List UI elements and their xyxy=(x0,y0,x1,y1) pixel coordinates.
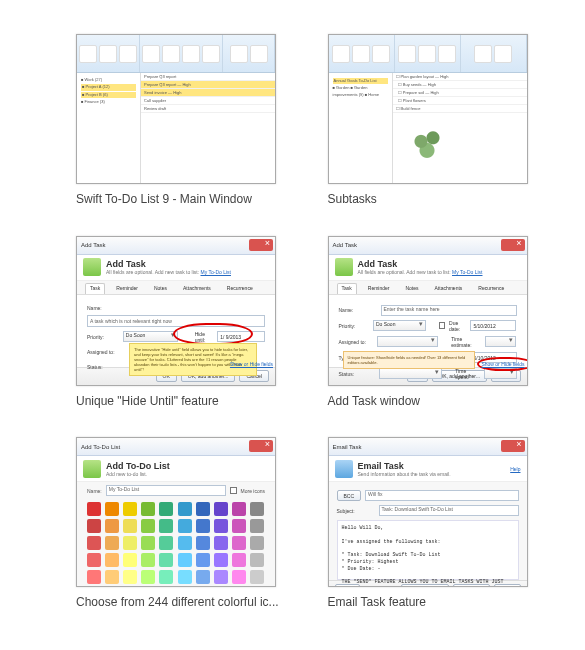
thumb-email: Email Task Email Task Send information a… xyxy=(328,437,528,587)
palette-icon xyxy=(105,502,119,516)
palette-icon xyxy=(87,553,101,567)
caption-subtasks: Subtasks xyxy=(328,192,377,208)
caption-hide: Unique "Hide Until" feature xyxy=(76,394,219,410)
palette-icon xyxy=(178,570,192,584)
gallery-item-main[interactable]: ■ Work (27) ■ Project A (12) ■ Project B… xyxy=(76,34,288,208)
palette-icon xyxy=(232,519,246,533)
palette-icon xyxy=(232,570,246,584)
palette-icon xyxy=(196,536,210,550)
add-task-icon xyxy=(335,258,353,276)
close-icon xyxy=(501,239,525,251)
palette-icon xyxy=(123,519,137,533)
palette-icon xyxy=(250,519,264,533)
thumb-main: ■ Work (27) ■ Project A (12) ■ Project B… xyxy=(76,34,276,184)
palette-icon xyxy=(250,502,264,516)
palette-icon xyxy=(178,502,192,516)
palette-icon xyxy=(214,536,228,550)
caption-addtask: Add Task window xyxy=(328,394,421,410)
thumb-icons: Add To-Do List Add To-Do List Add new to… xyxy=(76,437,276,587)
palette-icon xyxy=(87,570,101,584)
palette-icon xyxy=(196,519,210,533)
palette-icon xyxy=(141,553,155,567)
palette-icon xyxy=(159,502,173,516)
palette-icon xyxy=(196,570,210,584)
palette-icon xyxy=(214,553,228,567)
palette-icon xyxy=(141,519,155,533)
close-icon xyxy=(501,440,525,452)
list-link: My To-Do List xyxy=(201,269,231,275)
icon-grid xyxy=(77,496,275,586)
palette-icon xyxy=(196,502,210,516)
thumb-subtasks: Annual Goals To-Do List ■ Garden ■ Garde… xyxy=(328,34,528,184)
caption-main: Swift To-Do List 9 - Main Window xyxy=(76,192,252,208)
palette-icon xyxy=(250,570,264,584)
tab-task: Task xyxy=(85,283,105,294)
thumb-hide: Add Task Add Task All fields are optiona… xyxy=(76,236,276,386)
palette-icon xyxy=(214,519,228,533)
palette-icon xyxy=(123,553,137,567)
send-button: Send xyxy=(335,584,361,588)
palette-icon xyxy=(214,502,228,516)
palette-icon xyxy=(105,536,119,550)
palette-icon xyxy=(250,553,264,567)
palette-icon xyxy=(196,553,210,567)
palette-icon xyxy=(178,553,192,567)
palette-icon xyxy=(87,502,101,516)
palette-icon xyxy=(141,536,155,550)
gallery-item-addtask[interactable]: Add Task Add Task All fields are optiona… xyxy=(328,236,540,410)
add-task-icon xyxy=(83,258,101,276)
callout-unique: Unique feature: Show/hide fields as need… xyxy=(343,351,475,369)
priority-select: Do Soon xyxy=(123,331,179,342)
palette-icon xyxy=(159,536,173,550)
close-icon xyxy=(249,440,273,452)
palette-icon xyxy=(87,519,101,533)
palette-icon xyxy=(141,570,155,584)
close-icon xyxy=(249,239,273,251)
more-icons-check xyxy=(230,487,237,494)
palette-icon xyxy=(178,519,192,533)
palette-icon xyxy=(123,536,137,550)
gallery-item-email[interactable]: Email Task Email Task Send information a… xyxy=(328,437,540,611)
palette-icon xyxy=(141,502,155,516)
palette-icon xyxy=(232,502,246,516)
palette-icon xyxy=(178,536,192,550)
gallery-item-hide[interactable]: Add Task Add Task All fields are optiona… xyxy=(76,236,288,410)
caption-email: Email Task feature xyxy=(328,595,427,611)
palette-icon xyxy=(123,502,137,516)
thumb-addtask: Add Task Add Task All fields are optiona… xyxy=(328,236,528,386)
caption-icons: Choose from 244 different colorful ic... xyxy=(76,595,279,611)
email-body: Hello Will Do, I've assigned the followi… xyxy=(337,520,519,580)
plant-image xyxy=(409,127,449,163)
palette-icon xyxy=(105,553,119,567)
palette-icon xyxy=(105,570,119,584)
palette-icon xyxy=(232,536,246,550)
palette-icon xyxy=(214,570,228,584)
palette-icon xyxy=(159,519,173,533)
palette-icon xyxy=(87,536,101,550)
palette-icon xyxy=(232,553,246,567)
palette-icon xyxy=(159,570,173,584)
add-list-icon xyxy=(83,460,101,478)
highlight-circle xyxy=(173,323,253,345)
gallery-item-icons[interactable]: Add To-Do List Add To-Do List Add new to… xyxy=(76,437,288,611)
palette-icon xyxy=(105,519,119,533)
palette-icon xyxy=(123,570,137,584)
palette-icon xyxy=(159,553,173,567)
palette-icon xyxy=(250,536,264,550)
email-icon xyxy=(335,460,353,478)
gallery-item-subtasks[interactable]: Annual Goals To-Do List ■ Garden ■ Garde… xyxy=(328,34,540,208)
callout-hide-until: The innovative "Hide until" field allows… xyxy=(129,343,257,376)
